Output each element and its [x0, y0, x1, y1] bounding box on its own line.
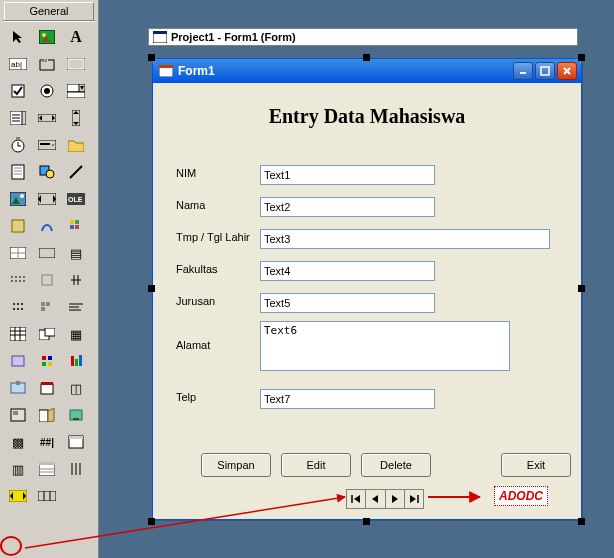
ctl30-icon[interactable] — [63, 457, 89, 481]
input-alamat[interactable] — [260, 321, 510, 371]
svg-rect-74 — [46, 302, 50, 306]
adodc-next-icon[interactable] — [386, 490, 405, 508]
svg-rect-22 — [22, 111, 26, 125]
ctl5-icon[interactable] — [34, 241, 60, 265]
ctl1-icon[interactable] — [5, 214, 31, 238]
combobox-icon[interactable] — [63, 79, 89, 103]
ctl11-icon[interactable] — [34, 295, 60, 319]
ctl14-icon[interactable] — [34, 322, 60, 346]
ctl6-icon[interactable]: ▤ — [63, 241, 89, 265]
svg-point-67 — [13, 303, 15, 305]
svg-marker-101 — [48, 408, 54, 422]
close-button[interactable] — [557, 62, 577, 80]
dirlistbox-icon[interactable] — [63, 133, 89, 157]
button-simpan[interactable]: Simpan — [201, 453, 271, 477]
optionbutton-icon[interactable] — [34, 79, 60, 103]
pointer-icon[interactable] — [5, 25, 31, 49]
checkbox-icon[interactable] — [5, 79, 31, 103]
adodc-control[interactable] — [346, 489, 424, 509]
ctl19-icon[interactable] — [5, 376, 31, 400]
vscrollbar-icon[interactable] — [63, 106, 89, 130]
ctl24-icon[interactable] — [63, 403, 89, 427]
ctl25-icon[interactable]: ▩ — [5, 430, 31, 454]
ctl23-icon[interactable] — [34, 403, 60, 427]
frame-icon[interactable]: xv — [34, 52, 60, 76]
ctl35-icon[interactable] — [34, 484, 60, 508]
svg-point-2 — [42, 33, 46, 37]
ctl10-icon[interactable] — [5, 295, 31, 319]
input-telp[interactable] — [260, 389, 435, 409]
input-ttl[interactable] — [260, 229, 550, 249]
textbox-icon[interactable]: ab| — [5, 52, 31, 76]
label-alamat: Alamat — [176, 339, 210, 351]
ctl29-icon[interactable] — [34, 457, 60, 481]
timer-icon[interactable] — [5, 133, 31, 157]
adodc-prev-icon[interactable] — [366, 490, 385, 508]
ctl7-icon[interactable] — [5, 268, 31, 292]
form-titlebar[interactable]: Form1 — [153, 59, 581, 83]
adodc-icon[interactable] — [5, 484, 31, 508]
svg-rect-91 — [71, 356, 74, 366]
maximize-button[interactable] — [535, 62, 555, 80]
resize-handle[interactable] — [148, 518, 155, 525]
data-icon[interactable] — [34, 187, 60, 211]
ctl13-icon[interactable] — [5, 322, 31, 346]
mdi-child-titlebar[interactable]: Project1 - Form1 (Form) — [148, 28, 578, 46]
ctl3-icon[interactable] — [63, 214, 89, 238]
svg-text:ab|: ab| — [11, 60, 22, 69]
resize-handle[interactable] — [148, 285, 155, 292]
commandbutton-icon[interactable] — [63, 52, 89, 76]
ctl26-icon[interactable]: ##| — [34, 430, 60, 454]
ctl9-icon[interactable] — [63, 268, 89, 292]
ctl28-icon[interactable]: ▥ — [5, 457, 31, 481]
resize-handle[interactable] — [363, 54, 370, 61]
resize-handle[interactable] — [578, 518, 585, 525]
ole-icon[interactable]: OLE — [63, 187, 89, 211]
ctl21-icon[interactable]: ◫ — [63, 376, 89, 400]
ctl15-icon[interactable]: ▦ — [63, 322, 89, 346]
input-nim[interactable] — [260, 165, 435, 185]
ctl2-icon[interactable] — [34, 214, 60, 238]
hscrollbar-icon[interactable] — [34, 106, 60, 130]
toolbox-panel: General A ab| xv OLE ▤ — [0, 0, 99, 558]
input-fakultas[interactable] — [260, 261, 435, 281]
label-ttl: Tmp / Tgl Lahir — [176, 231, 250, 243]
shape-icon[interactable] — [34, 160, 60, 184]
picturebox-icon[interactable] — [34, 25, 60, 49]
line-icon[interactable] — [63, 160, 89, 184]
ctl20-icon[interactable] — [34, 376, 60, 400]
svg-marker-130 — [392, 495, 398, 503]
input-nama[interactable] — [260, 197, 435, 217]
button-exit[interactable]: Exit — [501, 453, 571, 477]
resize-handle[interactable] — [148, 54, 155, 61]
ctl27-icon[interactable] — [63, 430, 89, 454]
adodc-last-icon[interactable] — [405, 490, 423, 508]
svg-marker-0 — [13, 31, 22, 43]
ctl4-icon[interactable] — [5, 241, 31, 265]
button-edit[interactable]: Edit — [281, 453, 351, 477]
minimize-button[interactable] — [513, 62, 533, 80]
image-icon[interactable] — [5, 187, 31, 211]
ctl16-icon[interactable] — [5, 349, 31, 373]
input-jurusan[interactable] — [260, 293, 435, 313]
svg-rect-86 — [12, 356, 24, 366]
svg-rect-9 — [67, 58, 85, 70]
button-delete[interactable]: Delete — [361, 453, 431, 477]
ctl18-icon[interactable] — [63, 349, 89, 373]
ctl22-icon[interactable] — [5, 403, 31, 427]
svg-rect-96 — [41, 384, 53, 394]
filelistbox-icon[interactable] — [5, 160, 31, 184]
label-icon[interactable]: A — [63, 25, 89, 49]
ctl17-icon[interactable] — [34, 349, 60, 373]
drivelistbox-icon[interactable] — [34, 133, 60, 157]
svg-rect-105 — [69, 436, 83, 439]
resize-handle[interactable] — [578, 54, 585, 61]
adodc-first-icon[interactable] — [347, 490, 366, 508]
ctl8-icon[interactable] — [34, 268, 60, 292]
ctl12-icon[interactable] — [63, 295, 89, 319]
resize-handle[interactable] — [363, 518, 370, 525]
resize-handle[interactable] — [578, 285, 585, 292]
annotation-adodc-label: ADODC — [494, 486, 548, 506]
listbox-icon[interactable] — [5, 106, 31, 130]
toolbox-tab-general[interactable]: General — [4, 2, 94, 20]
